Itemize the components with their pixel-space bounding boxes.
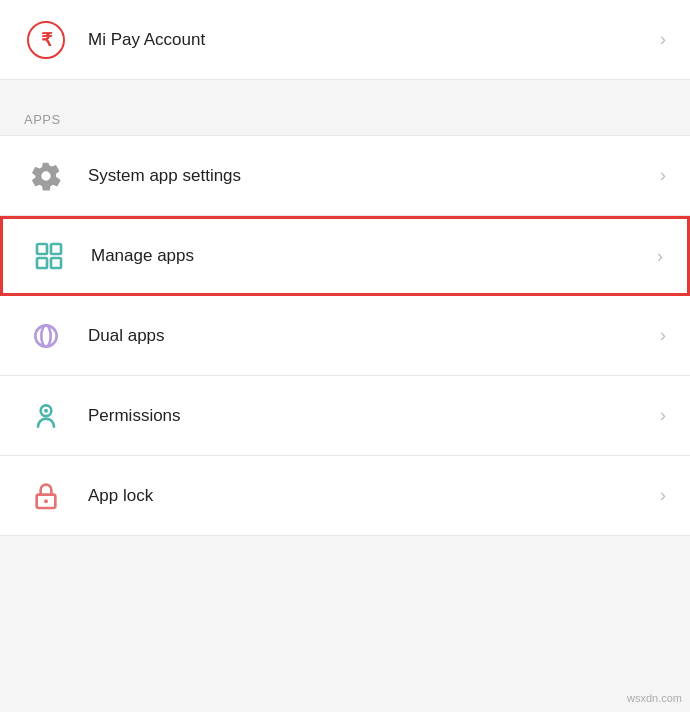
permissions-icon-wrapper [24,394,68,438]
permissions-icon [30,400,62,432]
manage-apps-icon [33,240,65,272]
svg-point-4 [35,325,56,346]
chevron-right-icon: › [660,165,666,186]
dual-apps-item[interactable]: Dual apps › [0,296,690,376]
gear-icon-wrapper [24,154,68,198]
system-app-settings-item[interactable]: System app settings › [0,136,690,216]
svg-rect-0 [37,244,47,254]
dual-apps-icon-wrapper [24,314,68,358]
chevron-right-icon: › [660,405,666,426]
svg-point-5 [41,325,50,346]
apps-section-header: APPS [0,94,690,135]
svg-point-9 [44,499,48,503]
svg-rect-3 [51,258,61,268]
manage-apps-label: Manage apps [91,246,649,266]
app-lock-icon [30,480,62,512]
dual-apps-icon [30,320,62,352]
app-lock-icon-wrapper [24,474,68,518]
permissions-item[interactable]: Permissions › [0,376,690,456]
gear-icon [30,160,62,192]
system-app-settings-label: System app settings [88,166,652,186]
app-lock-label: App lock [88,486,652,506]
mi-pay-icon: ₹ [27,21,65,59]
dual-apps-label: Dual apps [88,326,652,346]
watermark: wsxdn.com [627,692,682,704]
manage-apps-item[interactable]: Manage apps › [0,216,690,296]
permissions-label: Permissions [88,406,652,426]
chevron-right-icon: › [660,325,666,346]
chevron-right-icon: › [660,485,666,506]
manage-apps-icon-wrapper [27,234,71,278]
section-divider [0,80,690,94]
svg-rect-1 [51,244,61,254]
settings-list: ₹ Mi Pay Account › APPS System app setti… [0,0,690,536]
chevron-right-icon: › [660,29,666,50]
mi-pay-account-item[interactable]: ₹ Mi Pay Account › [0,0,690,80]
svg-point-7 [44,408,48,412]
svg-rect-2 [37,258,47,268]
chevron-right-icon: › [657,246,663,267]
app-lock-item[interactable]: App lock › [0,456,690,536]
mi-pay-icon-wrapper: ₹ [24,18,68,62]
mi-pay-account-label: Mi Pay Account [88,30,652,50]
